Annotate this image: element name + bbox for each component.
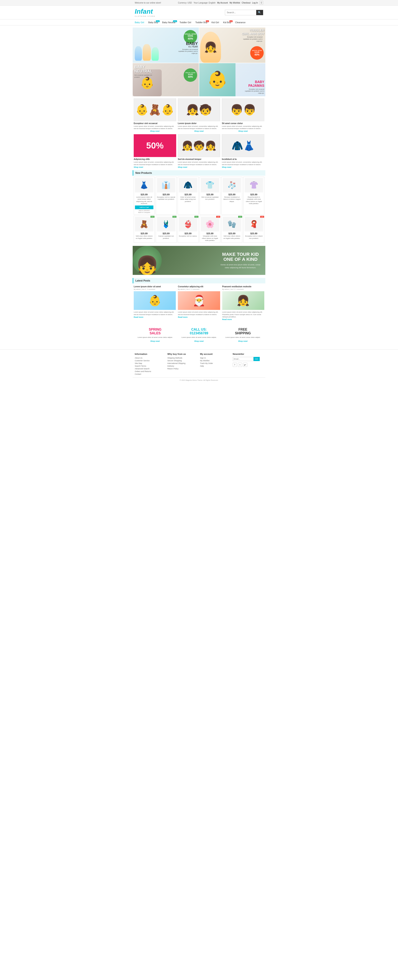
promo-shop-now-3[interactable]: Shop now! (222, 166, 231, 168)
nav-item-kid-girl[interactable]: Kid Girl (209, 19, 221, 25)
footer-link-advanced-search[interactable]: Advanced Search (135, 368, 165, 370)
read-more-3[interactable]: Read more (222, 318, 232, 320)
product-img-1[interactable]: 👶🧸👶 (134, 99, 176, 121)
product-item-img-6[interactable]: 👚 (245, 178, 263, 192)
post-desc-2: Lorem ipsum dolor sit amet conse ctetur … (178, 311, 220, 315)
product-item-img-1[interactable]: 👗 (135, 178, 153, 192)
search-input[interactable] (225, 10, 256, 15)
top-bar: Welcome to our online store! Currency: U… (0, 0, 398, 6)
product-item-img-4[interactable]: 👕 (201, 178, 219, 192)
promo-section: 50% Adipisicing elitb Lorem ipsum dolor … (133, 134, 265, 168)
product-item-img-9[interactable]: 👙 (179, 217, 197, 231)
product-item-img-7[interactable]: 🧸 (135, 217, 153, 231)
footer-link-sign-in[interactable]: Sign In (200, 357, 231, 359)
add-to-wishlist-1[interactable]: Add to Wishlist (135, 210, 153, 212)
footer-link-about[interactable]: About Us (135, 357, 165, 359)
promo-shop-now-2[interactable]: Shop now! (178, 166, 187, 168)
newsletter-input[interactable] (233, 357, 254, 361)
banner3-badge: SPECIAL OFFER SAVE 40% (184, 68, 197, 82)
product-row-1: 👶🧸👶 Excepteur sint occaecat Lorem ipsum … (133, 99, 265, 132)
product-item-price-3: $25.89 (179, 193, 197, 196)
footer-col-newsletter: Newsletter GO f t g+ (233, 353, 264, 376)
nav-item-toddler-girl[interactable]: Toddler Girl (177, 19, 193, 25)
footer-link-my-wishlist[interactable]: My Wishlist (200, 360, 231, 362)
footer-link-track-order[interactable]: Track My Order (200, 362, 231, 364)
post-img-3[interactable]: 👧 (222, 291, 264, 310)
shop-now-2[interactable]: Shop now! (194, 130, 204, 132)
product-item-desc-1: Lorem ipsum dolor sit amet conse ctetur … (135, 196, 153, 205)
product-item-img-8[interactable]: 🩱 (157, 217, 175, 231)
footer-link-help[interactable]: Help (200, 365, 231, 367)
product-item-price-6: $25.89 (245, 193, 263, 196)
shop-now-1[interactable]: Shop now! (150, 130, 160, 132)
product-card-1: 👶🧸👶 Excepteur sint occaecat Lorem ipsum … (134, 99, 176, 132)
footer-link-site-map[interactable]: Site Map (135, 362, 165, 364)
login-link[interactable]: Log In (252, 2, 258, 4)
kid-banner[interactable]: 👧 MAKE TOUR KIDONE OF A KIND Donec sit a… (133, 246, 265, 275)
footer-link-secure-shopping[interactable]: Secure Shopping (168, 360, 198, 362)
banner1-desc: Excepteur sint occaecat cupidatat non pr… (177, 48, 198, 54)
product-item-img-12[interactable]: 🧣 (245, 217, 263, 231)
footer-link-international-shipping[interactable]: International Shipping (168, 362, 198, 364)
hero-banner-4[interactable]: 👶 BABYPAJAMAS Excepteur sint occaecat cu… (199, 63, 265, 96)
logo[interactable]: Infant CLOTHING STORE (135, 8, 155, 17)
footer-link-shipping-methods[interactable]: Shipping Methods (168, 357, 198, 359)
hero-banner-2[interactable]: 👧 TODDLERGIRL ANN BOY Excepteur sint occ… (199, 27, 265, 63)
footer-link-return-policy[interactable]: Return Policy (168, 368, 198, 370)
banner4-desc: Excepteur sint occaecat cupidatat non pr… (244, 88, 264, 94)
add-to-cart-btn-1[interactable]: Add to Cart (135, 205, 153, 209)
nav-item-baby-girl[interactable]: Baby Girl (133, 19, 146, 25)
footer-link-delivery[interactable]: Delivery (168, 365, 198, 367)
product-item-price-10: $25.89 (201, 232, 219, 235)
footer-link-search-terms[interactable]: Search Terms (135, 365, 165, 367)
read-more-1[interactable]: Read more (134, 316, 144, 318)
product-item-img-3[interactable]: 🧥 (179, 178, 197, 192)
nav-item-clearance[interactable]: Clearance (233, 19, 248, 25)
facebook-icon[interactable]: f (233, 363, 237, 367)
info-box-call-link[interactable]: Shop now! (194, 340, 204, 342)
shop-now-3[interactable]: Shop now! (238, 130, 248, 132)
info-box-shipping: FREESHIPPING Lorem ipsum dolor sit amet … (221, 325, 264, 345)
hero-banner-1[interactable]: SPECIAL OFFER SAVE 40% BABY 0-1 YEAR Exc… (133, 27, 199, 63)
promo-shop-now-1[interactable]: Shop now! (134, 166, 143, 168)
twitter-icon[interactable]: t (238, 363, 242, 367)
my-wishlist-link[interactable]: My Wishlist (230, 2, 240, 4)
add-to-compare-1[interactable]: Add to Compare (135, 212, 153, 213)
product-item-img-5[interactable]: 🧦 (223, 178, 241, 192)
product-img-3[interactable]: 👦👦 (222, 99, 264, 121)
my-account-link[interactable]: My Account (217, 2, 228, 4)
newsletter-submit[interactable]: GO (254, 357, 260, 361)
product-item-6: 👚 $25.89 Reprehenderit in voluptate veli… (243, 177, 264, 215)
product-item-img-2[interactable]: 👔 (157, 178, 175, 192)
search-button[interactable]: 🔍 (256, 10, 263, 15)
checkout-link[interactable]: Checkout (242, 2, 250, 4)
cart-icon[interactable]: 0 (259, 1, 263, 5)
nav-item-kid-boy[interactable]: Kid Boy hot (221, 19, 233, 25)
product-img-2[interactable]: 👧🧒 (178, 99, 221, 121)
footer-link-customer-service[interactable]: Customer Service (135, 360, 165, 362)
footer-link-contact[interactable]: Contact (135, 373, 165, 375)
promo-img-2[interactable]: 👧🧒👧 (178, 134, 221, 157)
promo-img-3[interactable]: 🧥👗 (222, 134, 264, 157)
read-more-2[interactable]: Read more (178, 316, 188, 318)
nav-item-toddler-boy[interactable]: Toddler Boy hot (193, 19, 209, 25)
banner1-title: BABY (177, 41, 198, 46)
post-title-3: Praesent vestibulum molestie (222, 285, 264, 288)
product-item-2: 👔 $25.89 Excepteur sint oc caecat cupida… (156, 177, 177, 215)
nav-item-baby-neutral[interactable]: Baby Neutral new (160, 19, 177, 25)
product-item-desc-8: Caecat cupidatat non proident. (157, 235, 175, 239)
nav-item-baby-boy[interactable]: Baby Boy new (146, 19, 160, 25)
post-img-1[interactable]: 👶 (134, 291, 176, 310)
product-item-price-9: $25.89 (179, 232, 197, 235)
info-box-spring-link[interactable]: Shop now! (150, 340, 160, 342)
footer-link-orders[interactable]: Orders and Returns (135, 371, 165, 372)
googleplus-icon[interactable]: g+ (243, 363, 247, 367)
post-img-2[interactable]: 🎅 (178, 291, 220, 310)
product-item-price-5: $25.89 (223, 193, 241, 196)
promo-big-box[interactable]: 50% (134, 134, 176, 157)
product-item-img-10[interactable]: 🌸 (201, 217, 219, 231)
hero-banner-3[interactable]: 👶 BABYNEUTRAL Sint occaecat cupidatat no… (133, 63, 199, 96)
product-item-7: new 🧸 $25.89 Velit esse cillum dolore eu… (134, 216, 155, 243)
info-box-shipping-link[interactable]: Shop now! (238, 340, 248, 342)
product-item-img-11[interactable]: 🧤 (223, 217, 241, 231)
